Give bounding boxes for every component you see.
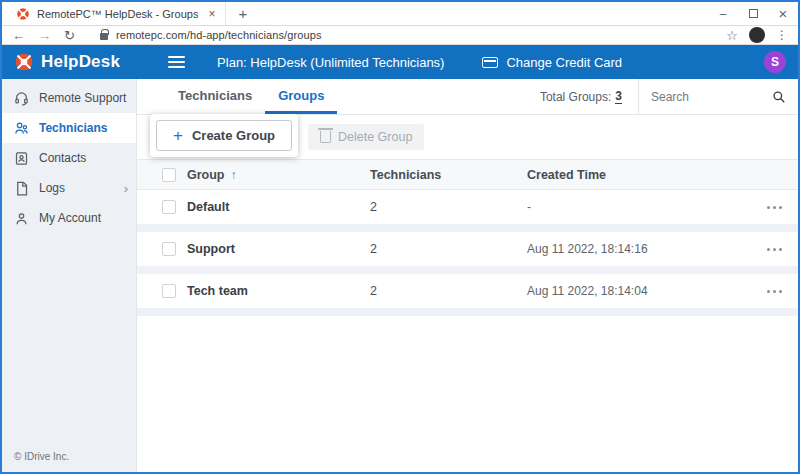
total-groups-value: 3 xyxy=(615,89,622,104)
created-time: - xyxy=(527,200,753,214)
url-text[interactable]: remotepc.com/hd-app/technicians/groups xyxy=(116,29,322,41)
created-time: Aug 11 2022, 18:14:16 xyxy=(527,242,753,256)
close-button[interactable]: × xyxy=(768,2,798,25)
lock-icon[interactable] xyxy=(100,33,108,40)
sidebar-item-label: Contacts xyxy=(39,151,86,165)
sort-asc-icon: ↑ xyxy=(231,168,237,182)
row-checkbox[interactable] xyxy=(162,200,176,214)
delete-group-button[interactable]: Delete Group xyxy=(308,124,424,150)
browser-window: RemotePC™ HelpDesk - Groups × + – × ← → … xyxy=(0,0,800,474)
sidebar-item-label: Remote Support xyxy=(39,91,126,105)
table-header: Group ↑ Technicians Created Time xyxy=(137,159,798,190)
created-time: Aug 11 2022, 18:14:04 xyxy=(527,284,753,298)
address-bar: ← → ↻ remotepc.com/hd-app/technicians/gr… xyxy=(2,26,798,45)
total-groups: Total Groups: 3 xyxy=(540,79,638,114)
sidebar-item-logs[interactable]: Logs › xyxy=(2,173,136,203)
trash-icon xyxy=(320,131,331,143)
browser-menu-icon[interactable]: ⋮ xyxy=(776,29,788,41)
table-row[interactable]: Default 2 - xyxy=(137,190,798,224)
tab-close-icon[interactable]: × xyxy=(208,8,215,20)
technicians-icon xyxy=(14,121,29,136)
sidebar-item-label: Logs xyxy=(39,181,65,195)
credit-card-icon xyxy=(482,57,498,68)
account-icon xyxy=(14,211,29,226)
row-checkbox[interactable] xyxy=(162,242,176,256)
reload-icon[interactable]: ↻ xyxy=(64,29,75,42)
copyright-text: © IDrive Inc. xyxy=(2,441,136,472)
search-box xyxy=(638,79,798,114)
groups-toolbar: + Create Group Delete Group xyxy=(137,115,798,159)
row-separator xyxy=(137,266,798,274)
plan-label: Plan: HelpDesk (Unlimited Technicians) xyxy=(217,55,444,70)
chevron-right-icon: › xyxy=(124,181,128,196)
row-more-options-icon[interactable] xyxy=(767,206,798,209)
site-favicon-icon xyxy=(16,7,30,21)
tab-title: RemotePC™ HelpDesk - Groups xyxy=(37,8,198,20)
headset-icon xyxy=(14,91,29,106)
technician-count: 2 xyxy=(370,242,527,256)
sidebar-item-my-account[interactable]: My Account xyxy=(2,203,136,233)
maximize-icon xyxy=(749,9,758,18)
page-tabs: Technicians Groups Total Groups: 3 xyxy=(137,79,798,115)
group-name: Default xyxy=(187,200,370,214)
minimize-button[interactable]: – xyxy=(708,2,738,25)
back-icon[interactable]: ← xyxy=(12,29,25,42)
tab-technicians[interactable]: Technicians xyxy=(165,79,265,114)
create-group-button[interactable]: + Create Group xyxy=(156,120,292,151)
row-more-options-icon[interactable] xyxy=(767,248,798,251)
hamburger-menu-icon[interactable] xyxy=(168,56,185,68)
technician-count: 2 xyxy=(370,200,527,214)
app-logo: HelpDesk xyxy=(14,52,120,72)
content-area: Technicians Groups Total Groups: 3 xyxy=(137,79,798,472)
window-controls: – × xyxy=(708,2,798,25)
column-header-technicians[interactable]: Technicians xyxy=(370,168,527,182)
technician-count: 2 xyxy=(370,284,527,298)
maximize-button[interactable] xyxy=(738,2,768,25)
new-tab-button[interactable]: + xyxy=(226,5,259,22)
row-more-options-icon[interactable] xyxy=(767,290,798,293)
row-separator xyxy=(137,224,798,232)
row-checkbox[interactable] xyxy=(162,284,176,298)
user-avatar[interactable]: S xyxy=(764,51,786,73)
sidebar-item-label: Technicians xyxy=(39,121,107,135)
empty-area xyxy=(137,316,798,472)
contacts-icon xyxy=(14,151,29,166)
plus-icon: + xyxy=(173,127,183,144)
sidebar-item-label: My Account xyxy=(39,211,101,225)
column-header-created-time[interactable]: Created Time xyxy=(527,168,753,182)
browser-profile-avatar[interactable] xyxy=(749,27,765,43)
column-header-group[interactable]: Group ↑ xyxy=(187,168,370,182)
search-input[interactable] xyxy=(651,90,772,104)
tab-groups[interactable]: Groups xyxy=(265,79,337,114)
group-name: Tech team xyxy=(187,284,370,298)
sidebar: Remote Support Technicians Contacts Logs xyxy=(2,79,137,472)
row-separator xyxy=(137,308,798,316)
bookmark-star-icon[interactable]: ☆ xyxy=(726,29,738,42)
table-row[interactable]: Tech team 2 Aug 11 2022, 18:14:04 xyxy=(137,274,798,308)
total-groups-label: Total Groups: xyxy=(540,90,611,104)
logs-icon xyxy=(14,181,29,196)
group-name: Support xyxy=(187,242,370,256)
sidebar-item-contacts[interactable]: Contacts xyxy=(2,143,136,173)
browser-tab[interactable]: RemotePC™ HelpDesk - Groups × xyxy=(2,2,226,25)
table-row[interactable]: Support 2 Aug 11 2022, 18:14:16 xyxy=(137,232,798,266)
app-header: HelpDesk Plan: HelpDesk (Unlimited Techn… xyxy=(2,45,798,79)
select-all-checkbox[interactable] xyxy=(162,168,176,182)
sidebar-item-technicians[interactable]: Technicians xyxy=(2,113,136,143)
sidebar-item-remote-support[interactable]: Remote Support xyxy=(2,83,136,113)
browser-tab-strip: RemotePC™ HelpDesk - Groups × + – × xyxy=(2,2,798,26)
create-group-highlight-card: + Create Group xyxy=(150,114,298,157)
search-icon[interactable] xyxy=(772,90,786,104)
helpdesk-logo-icon xyxy=(14,52,34,72)
forward-icon[interactable]: → xyxy=(38,29,51,42)
change-credit-card-button[interactable]: Change Credit Card xyxy=(482,55,622,70)
app-name: HelpDesk xyxy=(41,52,120,72)
